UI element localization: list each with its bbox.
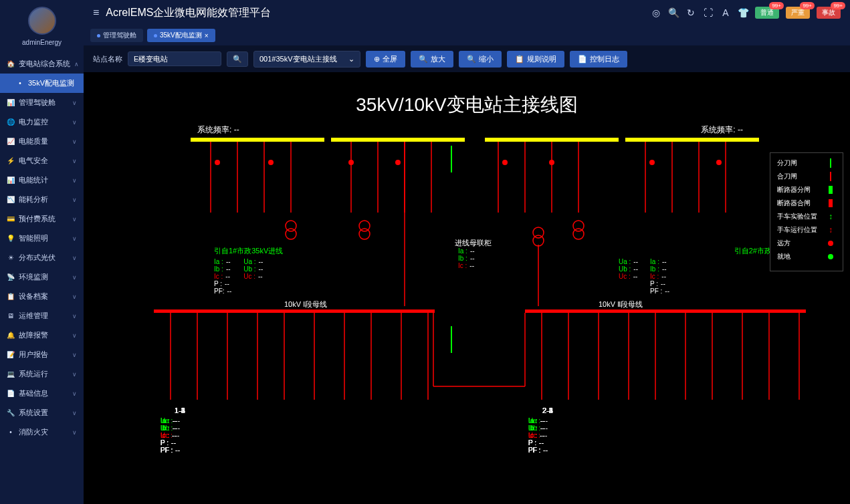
alert-badge-严重[interactable]: 严重99+	[786, 7, 810, 19]
tab-管理驾驶舱[interactable]: 管理驾驶舱	[90, 29, 143, 42]
nav-icon: 📉	[7, 196, 15, 204]
nav-item-电力监控[interactable]: 🌐电力监控∨	[0, 112, 84, 132]
nav-label: 35kV配电监测	[28, 78, 77, 88]
nav-item-变电站综合系统[interactable]: 🏠变电站综合系统∧	[0, 54, 84, 74]
toolbar-btn-规则说明[interactable]: 📋规则说明	[507, 51, 564, 68]
toolbar-btn-全屏[interactable]: ⊕全屏	[366, 51, 405, 68]
nav-item-运维管理[interactable]: 🖥运维管理∨	[0, 306, 84, 326]
fullscreen-icon[interactable]: ⛶	[703, 7, 714, 18]
alert-badge-普通[interactable]: 普通99+	[755, 7, 779, 19]
nav-item-管理驾驶舱[interactable]: 📊管理驾驶舱∨	[0, 93, 84, 112]
feeder-1-5: 1-5 Ia :-- Ib :-- Ic :-- P :-- PF :--	[161, 406, 199, 454]
legend-symbol	[825, 254, 836, 259]
tab-label: 管理驾驶舱	[103, 31, 136, 40]
sidebar: adminEnergy 🏠变电站综合系统∧•35kV配电监测📊管理驾驶舱∨🌐电力…	[0, 0, 84, 504]
legend-item-分刀闸: 分刀闸	[777, 158, 836, 168]
nav-icon: 💡	[7, 235, 15, 243]
nav-icon: 🌐	[7, 118, 15, 126]
tabs: 管理驾驶舱35kV配电监测×	[84, 25, 850, 45]
tab-dot-icon	[154, 34, 157, 37]
nav-item-电能质量[interactable]: 📈电能质量∨	[0, 132, 84, 151]
nav-icon: 📝	[7, 351, 15, 359]
chevron-icon: ∨	[72, 100, 77, 106]
svg-point-55	[502, 160, 508, 165]
search-icon[interactable]: 🔍	[668, 7, 679, 18]
diagram-canvas[interactable]: 35kV/10kV变电站主接线图 系统频率: -- 系统频率: --	[84, 72, 850, 504]
legend-item-远方: 远方	[777, 239, 836, 248]
chevron-icon: ∨	[72, 119, 77, 126]
chevron-icon: ∨	[72, 429, 77, 436]
nav-item-预付费系统[interactable]: 💳预付费系统∨	[0, 209, 84, 229]
nav-item-基础信息[interactable]: 📄基础信息∨	[0, 384, 84, 403]
main: ≡ AcrelEMS企业微电网能效管理平台 ◎🔍↻⛶A👕普通99+严重99+事故…	[84, 0, 850, 504]
refresh-icon[interactable]: ↻	[685, 7, 696, 18]
nav-icon: 📋	[7, 293, 15, 301]
legend-label: 断路器合闸	[777, 199, 811, 208]
btn-label: 控制日志	[590, 54, 619, 64]
nav: 🏠变电站综合系统∧•35kV配电监测📊管理驾驶舱∨🌐电力监控∨📈电能质量∨⚡电气…	[0, 54, 84, 442]
nav-item-系统运行[interactable]: 💻系统运行∨	[0, 364, 84, 384]
nav-icon: 📊	[7, 176, 15, 184]
menu-toggle-icon[interactable]: ≡	[93, 7, 99, 19]
toolbar-btn-缩小[interactable]: 🔍缩小	[459, 51, 502, 68]
nav-label: 用户报告	[19, 350, 68, 360]
bus-10kv-1	[154, 309, 435, 313]
tie-label: 进线母联柜	[455, 238, 492, 248]
legend-label: 分刀闸	[777, 158, 797, 168]
nav-item-系统设置[interactable]: 🔧系统设置∨	[0, 403, 84, 422]
bus10-2-label: 10kV Ⅱ段母线	[599, 299, 643, 309]
chevron-down-icon: ⌄	[348, 55, 354, 64]
nav-item-消防火灾[interactable]: •消防火灾∨	[0, 422, 84, 442]
badge-count: 99+	[831, 2, 845, 9]
nav-item-故障报警[interactable]: 🔔故障报警∨	[0, 326, 84, 345]
tie-values: Ia :-- Ib :-- Ic :--	[458, 247, 475, 269]
svg-point-52	[268, 160, 274, 165]
nav-icon: •	[7, 428, 15, 436]
nav-label: 设备档案	[19, 291, 68, 301]
svg-point-58	[716, 160, 722, 165]
legend-item-断路器分闸: 断路器分闸	[777, 185, 836, 195]
nav-icon: •	[16, 80, 24, 88]
site-input[interactable]	[128, 51, 221, 66]
chevron-icon: ∨	[72, 352, 77, 358]
btn-icon: ⊕	[374, 55, 380, 64]
diagram-select[interactable]: 001#35kV变电站主接线 ⌄	[253, 51, 360, 68]
legend-symbol: ↕	[825, 212, 836, 221]
nav-item-设备档案[interactable]: 📋设备档案∨	[0, 287, 84, 306]
nav-label: 能耗分析	[19, 195, 68, 205]
close-icon[interactable]: ×	[205, 32, 209, 39]
tab-35kV配电监测[interactable]: 35kV配电监测×	[147, 29, 215, 42]
avatar[interactable]	[28, 7, 56, 35]
chevron-icon: ∨	[72, 216, 77, 223]
legend-label: 合刀闸	[777, 172, 797, 181]
nav-label: 基础信息	[19, 388, 68, 398]
nav-item-35kV配电监测[interactable]: •35kV配电监测	[0, 74, 84, 93]
nav-label: 电气安全	[19, 156, 68, 166]
chevron-icon: ∨	[72, 371, 77, 378]
header: ≡ AcrelEMS企业微电网能效管理平台 ◎🔍↻⛶A👕普通99+严重99+事故…	[84, 0, 850, 25]
nav-item-智能照明[interactable]: 💡智能照明∨	[0, 229, 84, 248]
diagram-select-value: 001#35kV变电站主接线	[259, 54, 337, 64]
btn-icon: 🔍	[467, 55, 476, 64]
nav-icon: 📡	[7, 273, 15, 281]
svg-point-19	[359, 229, 370, 239]
nav-item-电能统计[interactable]: 📊电能统计∨	[0, 170, 84, 190]
btn-label: 规则说明	[527, 54, 556, 64]
nav-item-环境监测[interactable]: 📡环境监测∨	[0, 267, 84, 287]
nav-item-电气安全[interactable]: ⚡电气安全∨	[0, 151, 84, 170]
alert-badge-事故[interactable]: 事故99+	[817, 7, 841, 19]
search-button[interactable]: 🔍	[227, 51, 248, 67]
shirt-icon[interactable]: 👕	[738, 7, 748, 18]
legend-item-断路器合闸: 断路器合闸	[777, 199, 836, 208]
legend-symbol	[825, 241, 836, 246]
legend-item-合刀闸: 合刀闸	[777, 172, 836, 181]
tab-dot-icon	[97, 34, 100, 37]
nav-item-分布式光伏[interactable]: ☀分布式光伏∨	[0, 248, 84, 267]
font-icon[interactable]: A	[720, 7, 731, 18]
nav-item-用户报告[interactable]: 📝用户报告∨	[0, 345, 84, 364]
target-icon[interactable]: ◎	[651, 7, 661, 18]
toolbar-btn-控制日志[interactable]: 📄控制日志	[570, 51, 627, 68]
toolbar-btn-放大[interactable]: 🔍放大	[411, 51, 453, 68]
btn-icon: 🔍	[419, 55, 428, 64]
nav-item-能耗分析[interactable]: 📉能耗分析∨	[0, 190, 84, 209]
